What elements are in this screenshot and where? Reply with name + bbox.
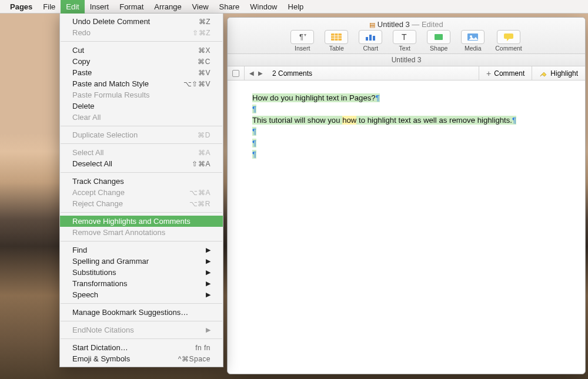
svg-rect-9 (373, 36, 375, 41)
menu-item-emoji-symbols[interactable]: Emoji & Symbols^⌘Space (60, 353, 223, 364)
pilcrow-icon: ¶ (252, 105, 256, 113)
menu-item-deselect-all[interactable]: Deselect All⇧⌘A (60, 158, 223, 169)
body-line-2a: This tutorial will show you (252, 116, 342, 125)
menu-item-endnote-citations: EndNote Citations▶ (60, 324, 223, 336)
chevron-right-icon: ▶ (206, 326, 211, 334)
title-edited: — Edited (410, 20, 443, 29)
plus-icon: + (486, 69, 491, 78)
toolbar-media-label: Media (465, 45, 482, 52)
menu-item-reject-change: Reject Change⌥⌘R (60, 198, 223, 209)
body-line-2-hl: how (342, 116, 356, 125)
chevron-right-icon: ▶ (206, 257, 211, 265)
body-line-1: How do you highlight text in Pages? (252, 93, 376, 102)
menu-item-delete[interactable]: Delete (60, 100, 223, 112)
toolbar-insert-label: Insert (295, 45, 310, 52)
menu-item-cut[interactable]: Cut⌘X (60, 45, 223, 56)
menu-arrange[interactable]: Arrange (149, 0, 186, 14)
svg-rect-7 (366, 37, 368, 41)
menu-item-spelling-and-grammar[interactable]: Spelling and Grammar▶ (60, 256, 223, 267)
svg-rect-8 (369, 35, 372, 41)
comment-count: 2 Comments (268, 69, 317, 78)
menu-format[interactable]: Format (114, 0, 149, 14)
pages-window: ▤ Untitled 3 — Edited ¶▾InsertTableChart… (227, 17, 586, 374)
menu-item-copy[interactable]: Copy⌘C (60, 56, 223, 67)
menu-item-select-all: Select All⌘A (60, 147, 223, 158)
menu-item-start-dictation[interactable]: Start Dictation…fn fn (60, 342, 223, 353)
menu-item-manage-bookmark-suggestions[interactable]: Manage Bookmark Suggestions… (60, 307, 223, 318)
window-title: ▤ Untitled 3 — Edited (228, 18, 585, 29)
svg-rect-11 (435, 34, 443, 40)
menu-item-redo: Redo⇧⌘Z (60, 27, 223, 38)
body-line-2b: to highlight text as well as remove high… (356, 116, 512, 125)
highlighter-icon (539, 69, 547, 78)
svg-text:▾: ▾ (304, 32, 306, 38)
add-comment-label: Comment (494, 69, 524, 78)
toolbar-shape-button[interactable]: Shape (427, 30, 450, 52)
toolbar-table-label: Table (329, 45, 344, 52)
prev-comment-button[interactable]: ◀ (249, 70, 254, 76)
menu-share[interactable]: Share (214, 0, 245, 14)
document-name-bar: Untitled 3 (228, 54, 585, 66)
pilcrow-icon: ¶ (252, 150, 256, 159)
chevron-right-icon: ▶ (206, 246, 211, 254)
menu-edit[interactable]: Edit (61, 0, 84, 14)
menu-item-substitutions[interactable]: Substitutions▶ (60, 267, 223, 278)
panel-toggle[interactable] (228, 70, 244, 77)
toolbar-text-label: Text (399, 45, 410, 52)
menu-item-paste-formula-results: Paste Formula Results (60, 89, 223, 100)
comment-icon (497, 30, 520, 44)
menu-view[interactable]: View (187, 0, 214, 14)
toolbar-table-button[interactable]: Table (325, 30, 348, 52)
review-bar: ◀ ▶ 2 Comments + Comment Highlight (228, 66, 585, 81)
menu-help[interactable]: Help (283, 0, 309, 14)
menu-item-track-changes[interactable]: Track Changes (60, 176, 223, 187)
svg-rect-2 (331, 33, 342, 41)
toolbar-comment-label: Comment (495, 45, 522, 52)
insert-icon: ¶▾ (290, 30, 314, 44)
edit-menu-dropdown: Undo Delete Comment⌘ZRedo⇧⌘ZCut⌘XCopy⌘CP… (59, 14, 223, 367)
toolbar-text-button[interactable]: TText (393, 30, 416, 52)
pilcrow-icon: ¶ (252, 139, 256, 147)
menu-file[interactable]: File (38, 0, 61, 14)
menu-item-paste-and-match-style[interactable]: Paste and Match Style⌥⇧⌘V (60, 78, 223, 89)
chevron-right-icon: ▶ (206, 269, 211, 276)
menu-item-transformations[interactable]: Transformations▶ (60, 278, 223, 289)
pilcrow-icon: ¶ (376, 93, 380, 102)
chart-icon (359, 30, 382, 44)
menu-item-accept-change: Accept Change⌥⌘A (60, 187, 223, 198)
menu-item-remove-highlights-and-comments[interactable]: Remove Highlights and Comments (60, 216, 223, 227)
menu-item-find[interactable]: Find▶ (60, 244, 223, 256)
table-icon (325, 30, 348, 44)
toolbar-comment-button[interactable]: Comment (495, 30, 522, 52)
svg-rect-14 (504, 33, 513, 39)
pilcrow-icon: ¶ (252, 127, 256, 136)
media-icon (461, 30, 485, 44)
toolbar-media-button[interactable]: Media (461, 30, 485, 52)
highlight-button[interactable]: Highlight (532, 66, 585, 81)
menu-window[interactable]: Window (245, 0, 282, 14)
toolbar: ¶▾InsertTableChartTTextShapeMediaComment (228, 30, 585, 52)
chevron-right-icon: ▶ (206, 291, 211, 298)
menu-item-speech[interactable]: Speech▶ (60, 289, 223, 300)
svg-text:T: T (402, 32, 407, 42)
add-comment-button[interactable]: + Comment (479, 66, 532, 81)
menubar-app[interactable]: Pages (5, 0, 38, 14)
toolbar-chart-label: Chart (363, 45, 378, 52)
menubar: Pages File Edit Insert Format Arrange Vi… (0, 0, 588, 14)
toolbar-insert-button[interactable]: ¶▾Insert (290, 30, 314, 52)
title-text: Untitled 3 (377, 20, 410, 29)
toolbar-chart-button[interactable]: Chart (359, 30, 382, 52)
pilcrow-icon: ¶ (512, 116, 516, 125)
toolbar-shape-label: Shape (430, 45, 447, 52)
panel-icon (232, 70, 239, 77)
text-icon: T (393, 30, 416, 44)
menu-insert[interactable]: Insert (85, 0, 115, 14)
next-comment-button[interactable]: ▶ (258, 70, 263, 76)
menu-item-duplicate-selection: Duplicate Selection⌘D (60, 129, 223, 140)
menu-item-remove-smart-annotations: Remove Smart Annotations (60, 227, 223, 238)
document-body[interactable]: How do you highlight text in Pages?¶ ¶ T… (228, 81, 585, 172)
highlight-label: Highlight (550, 69, 578, 78)
menu-item-clear-all: Clear All (60, 112, 223, 123)
menu-item-undo-delete-comment[interactable]: Undo Delete Comment⌘Z (60, 16, 223, 27)
menu-item-paste[interactable]: Paste⌘V (60, 67, 223, 78)
